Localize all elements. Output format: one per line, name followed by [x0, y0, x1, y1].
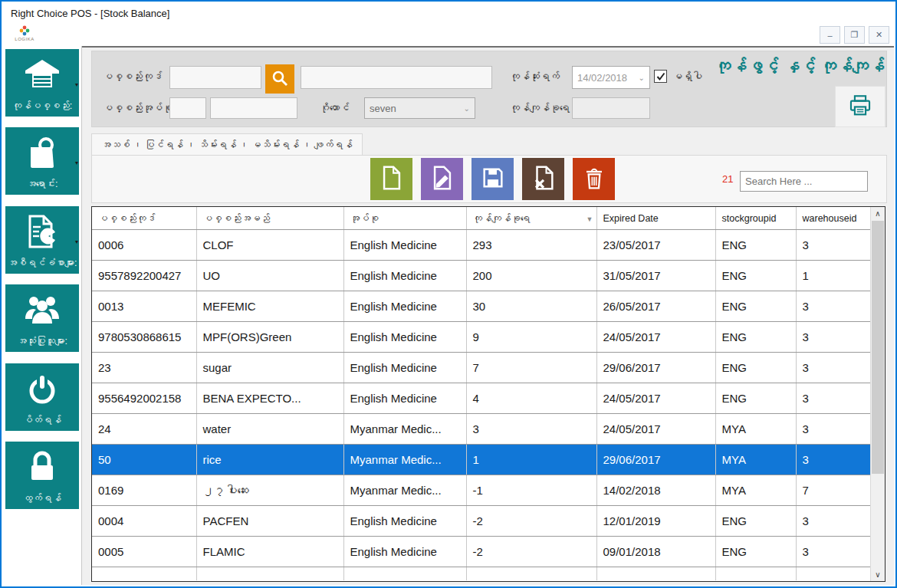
table-cell[interactable]: PACFEN: [196, 506, 343, 537]
table-cell[interactable]: 4: [466, 383, 596, 414]
table-cell[interactable]: 31/05/2017: [596, 261, 715, 291]
table-cell[interactable]: 24: [92, 414, 196, 445]
table-cell[interactable]: rice: [196, 445, 343, 475]
table-cell[interactable]: 7: [466, 353, 596, 383]
table-cell[interactable]: ENG: [715, 261, 796, 291]
balance-input[interactable]: [572, 97, 650, 119]
grid-search-input[interactable]: [740, 171, 868, 192]
column-header[interactable]: ပစ္စည်းအမည်: [196, 207, 343, 230]
table-cell[interactable]: English Medicine: [343, 261, 466, 291]
table-cell[interactable]: 0013: [92, 291, 196, 322]
item-group-code-input[interactable]: [169, 97, 206, 119]
new-record-button[interactable]: [370, 158, 412, 200]
minimize-button[interactable]: –: [820, 26, 840, 44]
print-button[interactable]: [835, 86, 886, 127]
table-cell[interactable]: 293: [466, 230, 596, 261]
table-cell[interactable]: MYA: [715, 414, 796, 445]
table-row[interactable]: 9780530868615MPF(ORS)GreenEnglish Medici…: [92, 322, 871, 353]
table-cell[interactable]: English Medicine: [343, 230, 466, 261]
table-cell[interactable]: 3: [796, 445, 871, 475]
table-row[interactable]: 24waterMyanmar Medic...324/05/2017MYA3: [92, 414, 871, 445]
table-cell[interactable]: MYA: [715, 475, 796, 506]
table-cell[interactable]: English Medicine: [343, 353, 466, 383]
table-cell[interactable]: 1: [466, 445, 596, 475]
table-row[interactable]: 0013MEFEMICEnglish Medicine3026/05/2017E…: [92, 291, 871, 322]
table-cell[interactable]: 0005: [92, 537, 196, 567]
table-cell[interactable]: 3: [796, 322, 871, 353]
table-cell[interactable]: sugar: [196, 353, 343, 383]
table-cell[interactable]: ENG: [715, 291, 796, 322]
sidebar-item-users[interactable]: အသုံးပြုသူများ:: [5, 284, 79, 352]
table-cell[interactable]: 26/05/2017: [596, 291, 715, 322]
title-bar[interactable]: Right Choice POS - [Stock Balance]: [3, 3, 894, 23]
close-button[interactable]: ✕: [869, 26, 889, 44]
table-cell[interactable]: ENG: [715, 383, 796, 414]
column-header[interactable]: ပစ္စည်းကုဒ်: [92, 207, 196, 230]
table-row[interactable]: 9556492002158BENA EXPECTO...English Medi…: [92, 383, 871, 414]
edit-record-button[interactable]: [421, 158, 463, 200]
scroll-down-button[interactable]: ∨: [871, 568, 885, 581]
table-cell[interactable]: English Medicine: [343, 506, 466, 537]
table-cell[interactable]: ENG: [715, 506, 796, 537]
table-cell[interactable]: MPF(ORS)Green: [196, 322, 343, 353]
table-cell[interactable]: 9557892200427: [92, 261, 196, 291]
table-cell[interactable]: 50: [92, 445, 196, 475]
item-group-name-input[interactable]: [210, 97, 297, 119]
delete-record-button[interactable]: [573, 158, 615, 200]
table-cell[interactable]: 24/05/2017: [596, 322, 715, 353]
table-cell[interactable]: FLAMIC: [196, 537, 343, 567]
sidebar-item-sales[interactable]: ▾ အရောင်း:: [5, 127, 79, 195]
save-record-button[interactable]: [472, 158, 514, 200]
table-cell[interactable]: English Medicine: [343, 537, 466, 567]
warehouse-select[interactable]: seven ⌄: [364, 97, 475, 119]
table-cell[interactable]: 0006: [92, 230, 196, 261]
expiry-date-picker[interactable]: 14/02/2018 ⌄: [572, 66, 650, 89]
table-cell[interactable]: ENG: [715, 322, 796, 353]
table-cell[interactable]: 23: [92, 353, 196, 383]
column-header[interactable]: stockgroupid: [715, 207, 796, 230]
table-cell[interactable]: 7: [796, 475, 871, 506]
table-row[interactable]: 0169၂၇ပါးဆေးMyanmar Medic...-114/02/2018…: [92, 475, 871, 506]
table-cell[interactable]: ENG: [715, 353, 796, 383]
table-cell[interactable]: 0004: [92, 506, 196, 537]
vertical-scrollbar[interactable]: ∧ ∨: [870, 207, 885, 581]
table-cell[interactable]: 3: [796, 506, 871, 537]
table-row[interactable]: 0004PACFENEnglish Medicine-212/01/2019EN…: [92, 506, 871, 537]
restore-button[interactable]: ❐: [844, 26, 865, 44]
table-cell[interactable]: 24/05/2017: [596, 414, 715, 445]
table-cell[interactable]: 200: [466, 261, 596, 291]
cancel-record-button[interactable]: [522, 158, 564, 200]
table-cell[interactable]: 3: [796, 230, 871, 261]
table-cell[interactable]: MYA: [715, 445, 796, 475]
table-cell[interactable]: 9556492002158: [92, 383, 196, 414]
table-cell[interactable]: -1: [466, 475, 596, 506]
sidebar-item-reports[interactable]: ▾ အစီရင်ခံစာများ:: [5, 206, 79, 274]
table-cell[interactable]: 3: [466, 414, 596, 445]
table-cell[interactable]: Myanmar Medic...: [343, 445, 466, 475]
table-cell[interactable]: BENA EXPECTO...: [196, 383, 343, 414]
column-header[interactable]: အုပ်စု: [343, 207, 466, 230]
sidebar-item-close[interactable]: ပိတ်ရန်: [5, 363, 79, 431]
column-header[interactable]: Expired Date: [596, 207, 715, 230]
table-cell[interactable]: 23/05/2017: [596, 230, 715, 261]
table-row[interactable]: 9557892200427UOEnglish Medicine20031/05/…: [92, 261, 871, 291]
table-cell[interactable]: 29/06/2017: [596, 353, 715, 383]
scroll-up-button[interactable]: ∧: [871, 207, 885, 220]
table-cell[interactable]: Myanmar Medic...: [343, 475, 466, 506]
sidebar-item-logout[interactable]: ထွက်ရန်: [5, 442, 79, 509]
table-cell[interactable]: -2: [466, 537, 596, 567]
table-cell[interactable]: ENG: [715, 230, 796, 261]
table-cell[interactable]: 12/01/2019: [596, 506, 715, 537]
table-row[interactable]: 50riceMyanmar Medic...129/06/2017MYA3: [92, 445, 871, 475]
scrollbar-thumb[interactable]: [872, 221, 884, 474]
table-cell[interactable]: 24/05/2017: [596, 383, 715, 414]
column-header[interactable]: ကုန်ကျန်ခုရေ▼: [466, 207, 596, 230]
table-cell[interactable]: -2: [466, 506, 596, 537]
table-row[interactable]: 0006CLOFEnglish Medicine29323/05/2017ENG…: [92, 230, 871, 261]
table-cell[interactable]: 14/02/2018: [596, 475, 715, 506]
table-cell[interactable]: CLOF: [196, 230, 343, 261]
table-cell[interactable]: 09/01/2018: [596, 537, 715, 567]
table-cell[interactable]: 3: [796, 383, 871, 414]
table-cell[interactable]: ၂၇ပါးဆေး: [196, 475, 343, 506]
table-cell[interactable]: 9780530868615: [92, 322, 196, 353]
